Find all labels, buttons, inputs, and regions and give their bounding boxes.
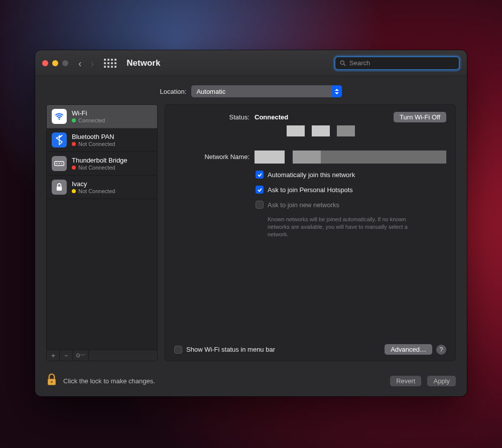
network-name-label: Network Name: [174,151,249,161]
svg-point-6 [61,163,62,164]
auto-join-label: Automatically join this network [268,171,355,179]
location-label: Location: [160,88,187,95]
checkbox-on-icon[interactable] [256,186,264,194]
window-controls [42,60,68,66]
lock-icon [52,180,67,195]
svg-point-4 [56,163,57,164]
redacted-block [321,151,446,164]
revert-button[interactable]: Revert [390,376,421,386]
checkbox-on-icon[interactable] [256,171,264,179]
sidebar-item-ivacy[interactable]: Ivacy Not Connected [47,176,157,199]
sidebar-item-label: Wi-Fi [72,109,105,117]
advanced-button[interactable]: Advanced… [385,344,432,355]
thunderbolt-icon [52,156,67,171]
search-input[interactable] [349,59,455,67]
toggle-wifi-button[interactable]: Turn Wi-Fi Off [394,112,446,122]
bottom-bar: Click the lock to make changes. Revert A… [35,368,467,396]
back-button[interactable]: ‹ [78,58,82,68]
chevron-up-down-icon [332,85,342,97]
ask-new-row[interactable]: Ask to join new networks [256,201,446,209]
search-field[interactable] [334,56,460,70]
redacted-block [293,151,321,164]
pane-body: Location: Automatic Wi-Fi Connected [35,76,467,368]
forward-button: › [91,58,94,68]
sidebar-item-wifi[interactable]: Wi-Fi Connected [47,105,157,128]
ask-hotspot-label: Ask to join Personal Hotspots [268,186,353,194]
status-label: Status: [174,112,249,121]
sidebar-item-label: Thunderbolt Bridge [72,157,128,165]
status-value: Connected [255,113,288,121]
svg-line-1 [344,64,346,66]
svg-point-5 [59,163,60,164]
interface-actions-menu[interactable]: ⊙﹀ [73,350,89,361]
sidebar-tools: ＋ － ⊙﹀ [46,350,158,361]
redacted-block [255,151,285,164]
svg-point-10 [51,381,52,383]
detail-pane: Status: Connected Turn Wi-Fi Off Network… [165,104,456,361]
status-dot-icon [72,142,76,146]
lock-icon[interactable] [46,373,57,388]
status-dot-icon [72,118,76,122]
checkbox-off-icon[interactable] [256,201,264,209]
show-all-button[interactable] [104,59,116,68]
sidebar-item-label: Ivacy [72,180,115,188]
zoom-button [62,60,68,66]
show-status-row[interactable]: Show Wi-Fi status in menu bar [174,346,275,354]
titlebar: ‹ › Network [35,50,467,76]
ask-new-label: Ask to join new networks [268,201,339,209]
apply-button[interactable]: Apply [427,376,456,386]
wifi-icon [52,109,67,124]
status-dot-icon [72,166,76,170]
status-dot-icon [72,189,76,193]
ask-hotspot-row[interactable]: Ask to join Personal Hotspots [256,186,446,194]
show-status-label: Show Wi-Fi status in menu bar [186,346,275,353]
status-detail-redacted [287,125,446,136]
location-select[interactable]: Automatic [191,85,342,97]
network-name-select[interactable] [255,151,446,164]
sidebar-item-label: Bluetooth PAN [72,133,115,141]
location-row: Location: Automatic [46,85,456,97]
bluetooth-icon [52,132,67,147]
add-interface-button[interactable]: ＋ [47,350,60,361]
location-value: Automatic [196,88,225,95]
svg-rect-7 [57,187,62,191]
lock-text: Click the lock to make changes. [63,377,155,385]
close-button[interactable] [42,60,48,66]
window-title: Network [127,58,160,68]
sidebar-item-thunderbolt-bridge[interactable]: Thunderbolt Bridge Not Connected [47,152,157,176]
sidebar-item-bluetooth-pan[interactable]: Bluetooth PAN Not Connected [47,128,157,152]
nav-arrows: ‹ › [78,58,94,68]
svg-point-2 [59,119,60,120]
system-preferences-window: ‹ › Network Location: Automatic [35,50,467,396]
interfaces-list: Wi-Fi Connected Bluetooth PAN Not Connec… [46,104,158,350]
auto-join-row[interactable]: Automatically join this network [256,171,446,179]
search-icon [339,60,346,67]
remove-interface-button[interactable]: － [60,350,73,361]
interfaces-sidebar: Wi-Fi Connected Bluetooth PAN Not Connec… [46,104,158,361]
minimize-button[interactable] [52,60,58,66]
ask-new-help-text: Known networks will be joined automatica… [268,216,418,238]
svg-point-0 [340,61,344,64]
checkbox-off-icon[interactable] [174,346,182,354]
help-button[interactable]: ? [436,345,446,355]
